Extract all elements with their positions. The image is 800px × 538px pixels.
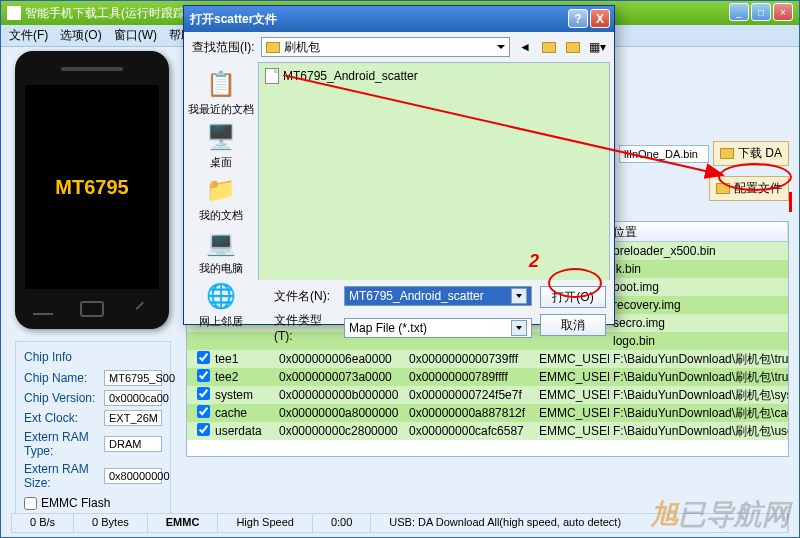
folder-icon xyxy=(266,42,280,53)
annotation-bar xyxy=(789,192,792,212)
cell-location: lk.bin xyxy=(609,262,788,276)
up-button[interactable] xyxy=(540,38,558,56)
filetype-value: Map File (*.txt) xyxy=(349,321,427,335)
chip-info-header: Chip Info xyxy=(24,350,162,364)
chip-name-value: MT6795_S00 xyxy=(104,370,162,386)
chip-name-label: Chip Name: xyxy=(24,371,104,385)
phone-screen: MT6795 xyxy=(25,85,159,289)
lookin-dropdown[interactable]: 刷机包 xyxy=(261,37,510,57)
menu-file[interactable]: 文件(F) xyxy=(9,27,48,44)
back-button[interactable]: ◄ xyxy=(516,38,534,56)
emmc-flash-checkbox[interactable] xyxy=(24,497,37,510)
cell-name: cache xyxy=(211,406,275,420)
cell-begin: 0x000000000b000000 xyxy=(275,388,405,402)
status-usb: USB: DA Download All(high speed, auto de… xyxy=(371,514,788,532)
new-folder-icon xyxy=(566,42,580,53)
chip-info-panel: Chip Info Chip Name:MT6795_S00 Chip Vers… xyxy=(15,341,171,519)
dialog-help-button[interactable]: ? xyxy=(568,9,588,28)
cell-begin: 0x00000000c2800000 xyxy=(275,424,405,438)
dialog-fields: 文件名(N): MT6795_Android_scatter 文件类型(T): … xyxy=(274,286,532,349)
filename-value: MT6795_Android_scatter xyxy=(349,289,484,303)
ram-type-label: Extern RAM Type: xyxy=(24,430,104,458)
dialog-bottom: 文件名(N): MT6795_Android_scatter 文件类型(T): … xyxy=(184,280,614,355)
status-bytes: 0 Bytes xyxy=(74,514,148,532)
dialog-title: 打开scatter文件 xyxy=(190,11,277,28)
window-controls: _ □ × xyxy=(729,3,793,21)
place-mycomputer[interactable]: 💻我的电脑 xyxy=(199,227,243,276)
cell-name: tee2 xyxy=(211,370,275,384)
cancel-button[interactable]: 取消 xyxy=(540,314,606,336)
phone-model: MT6795 xyxy=(55,176,128,199)
lookin-label: 查找范围(I): xyxy=(192,39,255,56)
da-file-field: llInOne_DA.bin xyxy=(619,145,709,163)
place-mydocs[interactable]: 📁我的文档 xyxy=(199,174,243,223)
place-desktop[interactable]: 🖥️桌面 xyxy=(205,121,237,170)
chevron-down-icon xyxy=(511,288,527,304)
dialog-close-button[interactable]: X xyxy=(590,9,610,28)
phone-home-icon xyxy=(80,301,104,317)
table-row[interactable]: userdata0x00000000c28000000x00000000cafc… xyxy=(187,422,788,440)
menu-options[interactable]: 选项(O) xyxy=(60,27,101,44)
cell-location: secro.img xyxy=(609,316,788,330)
cell-begin: 0x00000000a8000000 xyxy=(275,406,405,420)
cell-end: 0x00000000789ffff xyxy=(405,370,535,384)
dialog-toolbar: 查找范围(I): 刷机包 ◄ ▦▾ xyxy=(184,32,614,62)
file-item-label: MT6795_Android_scatter xyxy=(283,69,418,83)
table-row[interactable]: cache0x00000000a80000000x00000000a887812… xyxy=(187,404,788,422)
cell-end: 0x00000000cafc6587 xyxy=(405,424,535,438)
cell-region: EMMC_USER xyxy=(535,370,609,384)
place-recent[interactable]: 📋我最近的文档 xyxy=(188,68,254,117)
cell-location: F:\BaiduYunDownload\刷机包\trustzone.bin xyxy=(609,351,788,368)
row-checkbox[interactable] xyxy=(197,405,210,418)
filename-combo[interactable]: MT6795_Android_scatter xyxy=(344,286,532,306)
mydocs-icon: 📁 xyxy=(205,174,237,206)
download-da-label: 下载 DA xyxy=(738,145,782,162)
folder-icon xyxy=(720,148,734,159)
views-button[interactable]: ▦▾ xyxy=(588,38,606,56)
phone-speaker-icon xyxy=(61,67,123,71)
new-folder-button[interactable] xyxy=(564,38,582,56)
cell-location: F:\BaiduYunDownload\刷机包\userdata.img xyxy=(609,423,788,440)
phone-soft-left-icon xyxy=(33,303,53,315)
row-checkbox[interactable] xyxy=(197,423,210,436)
cell-begin: 0x0000000073a0000 xyxy=(275,370,405,384)
app-icon xyxy=(7,6,21,20)
cell-location: F:\BaiduYunDownload\刷机包\trustzone.bin xyxy=(609,369,788,386)
col-location: 位置 xyxy=(609,222,788,241)
download-da-button[interactable]: 下载 DA xyxy=(713,141,789,166)
file-open-dialog: 打开scatter文件 ? X 查找范围(I): 刷机包 ◄ ▦▾ 📋我最近的文… xyxy=(183,5,615,325)
minimize-button[interactable]: _ xyxy=(729,3,749,21)
table-row[interactable]: tee20x0000000073a00000x00000000789ffffEM… xyxy=(187,368,788,386)
open-button[interactable]: 打开(O) xyxy=(540,286,606,308)
status-speed: High Speed xyxy=(218,514,313,532)
ram-type-value: DRAM xyxy=(104,436,162,452)
file-item[interactable]: MT6795_Android_scatter xyxy=(263,67,605,85)
maximize-button[interactable]: □ xyxy=(751,3,771,21)
row-checkbox[interactable] xyxy=(197,369,210,382)
cell-location: F:\BaiduYunDownload\刷机包\cache.img xyxy=(609,405,788,422)
desktop-icon: 🖥️ xyxy=(205,121,237,153)
status-rate: 0 B/s xyxy=(12,514,74,532)
cell-end: 0x00000000724f5e7f xyxy=(405,388,535,402)
lookin-value: 刷机包 xyxy=(284,39,320,56)
close-button[interactable]: × xyxy=(773,3,793,21)
row-checkbox[interactable] xyxy=(197,387,210,400)
cell-name: system xyxy=(211,388,275,402)
config-file-button[interactable]: 配置文件 xyxy=(709,176,789,201)
cell-region: EMMC_USER xyxy=(535,406,609,420)
cell-location: boot.img xyxy=(609,280,788,294)
mycomputer-icon: 💻 xyxy=(205,227,237,259)
ram-size-value: 0x80000000 xyxy=(104,468,162,484)
filetype-combo[interactable]: Map File (*.txt) xyxy=(344,318,532,338)
dialog-body: 📋我最近的文档 🖥️桌面 📁我的文档 💻我的电脑 🌐网上邻居 MT6795_An… xyxy=(184,62,614,280)
recent-docs-icon: 📋 xyxy=(205,68,237,100)
folder-up-icon xyxy=(542,42,556,53)
menu-window[interactable]: 窗口(W) xyxy=(114,27,157,44)
status-bar: 0 B/s 0 Bytes EMMC High Speed 0:00 USB: … xyxy=(11,513,789,533)
status-time: 0:00 xyxy=(313,514,371,532)
file-list[interactable]: MT6795_Android_scatter xyxy=(258,62,610,280)
chevron-down-icon xyxy=(511,320,527,336)
table-row[interactable]: system0x000000000b0000000x00000000724f5e… xyxy=(187,386,788,404)
cell-end: 0x00000000a887812f xyxy=(405,406,535,420)
text-file-icon xyxy=(265,68,279,84)
